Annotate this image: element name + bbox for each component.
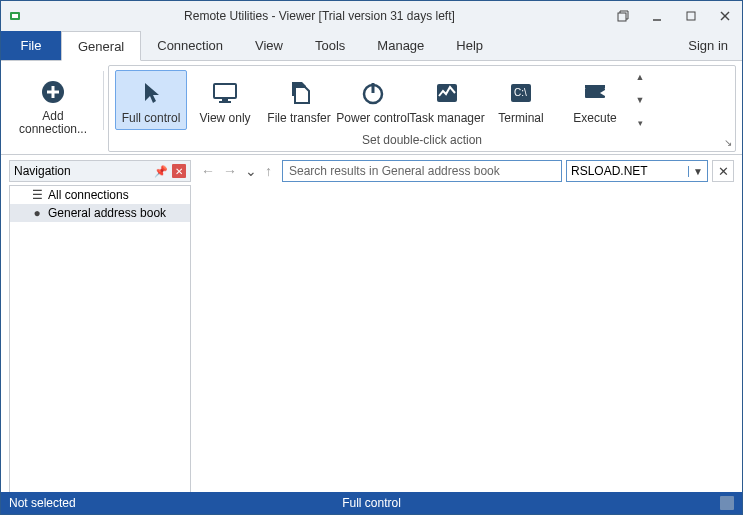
svg-rect-11 [222, 99, 228, 101]
navigation-panel-title: Navigation [14, 164, 71, 178]
svg-rect-19 [585, 85, 605, 88]
close-panel-icon[interactable]: ✕ [172, 164, 186, 178]
pin-icon[interactable]: 📌 [154, 165, 168, 178]
ribbon-group-caption: Set double-click action [115, 130, 729, 151]
add-connection-group: Add connection... [7, 65, 99, 152]
add-connection-button[interactable]: Add connection... [13, 69, 93, 141]
power-control-button[interactable]: Power control [337, 70, 409, 130]
up-button[interactable]: ↑ [265, 163, 272, 179]
navigation-tree[interactable]: ☰ All connections ● General address book [9, 185, 191, 509]
ribbon-expand-icon[interactable]: ▾ [633, 118, 647, 128]
toolbar-row: Navigation 📌 ✕ ← → ⌄ ↑ Search results in… [1, 155, 742, 185]
tab-view[interactable]: View [239, 31, 299, 60]
sign-in-link[interactable]: Sign in [674, 31, 742, 60]
plus-circle-icon [37, 76, 69, 108]
ribbon: Add connection... Full control View only [1, 61, 742, 155]
close-button[interactable] [708, 1, 742, 31]
status-selection: Not selected [9, 496, 76, 510]
cursor-icon [135, 77, 167, 109]
tab-tools[interactable]: Tools [299, 31, 361, 60]
status-bar: Not selected Full control [1, 492, 742, 514]
navigation-panel-header: Navigation 📌 ✕ [9, 160, 191, 182]
tab-manage[interactable]: Manage [361, 31, 440, 60]
tab-help[interactable]: Help [440, 31, 499, 60]
execute-icon [579, 77, 611, 109]
double-click-action-group: Full control View only File transfer [108, 65, 736, 152]
tree-item-general-address-book[interactable]: ● General address book [10, 204, 190, 222]
terminal-button[interactable]: C:\ Terminal [485, 70, 557, 130]
window-title: Remote Utilities - Viewer [Trial version… [33, 9, 606, 23]
files-icon [283, 77, 315, 109]
bullet-icon: ● [32, 206, 42, 220]
execute-button[interactable]: Execute [559, 70, 631, 130]
forward-button[interactable]: → [223, 163, 237, 179]
status-mode: Full control [342, 496, 401, 510]
chevron-down-icon[interactable]: ▼ [688, 166, 703, 177]
svg-rect-10 [214, 84, 236, 98]
tab-connection[interactable]: Connection [141, 31, 239, 60]
monitor-icon [209, 77, 241, 109]
tab-general[interactable]: General [61, 31, 141, 61]
search-input[interactable]: Search results in General address book [282, 160, 562, 182]
svg-rect-12 [219, 101, 231, 103]
svg-rect-2 [618, 13, 626, 21]
app-icon [7, 6, 27, 26]
clear-search-button[interactable]: ✕ [712, 160, 734, 182]
list-icon: ☰ [32, 188, 42, 202]
back-button[interactable]: ← [201, 163, 215, 179]
activity-icon [431, 77, 463, 109]
dropdown-history-icon[interactable]: ⌄ [245, 163, 257, 179]
main-body: ☰ All connections ● General address book [1, 185, 742, 509]
file-transfer-button[interactable]: File transfer [263, 70, 335, 130]
title-bar: Remote Utilities - Viewer [Trial version… [1, 1, 742, 31]
full-control-button[interactable]: Full control [115, 70, 187, 130]
ribbon-scroll-down-icon[interactable]: ▼ [633, 95, 647, 105]
svg-rect-4 [687, 12, 695, 20]
window-restore-icon[interactable] [606, 1, 640, 31]
view-only-button[interactable]: View only [189, 70, 261, 130]
add-connection-label: Add connection... [19, 110, 87, 136]
ribbon-dialog-launcher-icon[interactable]: ↘ [724, 137, 732, 148]
search-filter-combo[interactable]: RSLOAD.NET ▼ [566, 160, 708, 182]
status-grip-icon [720, 496, 734, 510]
content-area [191, 185, 742, 509]
search-filter-value: RSLOAD.NET [571, 164, 648, 178]
svg-text:C:\: C:\ [514, 87, 527, 98]
task-manager-button[interactable]: Task manager [411, 70, 483, 130]
file-menu-button[interactable]: File [1, 31, 61, 60]
terminal-icon: C:\ [505, 77, 537, 109]
svg-rect-1 [12, 14, 18, 18]
maximize-button[interactable] [674, 1, 708, 31]
menu-bar: File General Connection View Tools Manag… [1, 31, 742, 61]
ribbon-scroll-up-icon[interactable]: ▲ [633, 72, 647, 82]
power-icon [357, 77, 389, 109]
history-nav: ← → ⌄ ↑ [195, 163, 278, 179]
minimize-button[interactable] [640, 1, 674, 31]
tree-item-all-connections[interactable]: ☰ All connections [10, 186, 190, 204]
